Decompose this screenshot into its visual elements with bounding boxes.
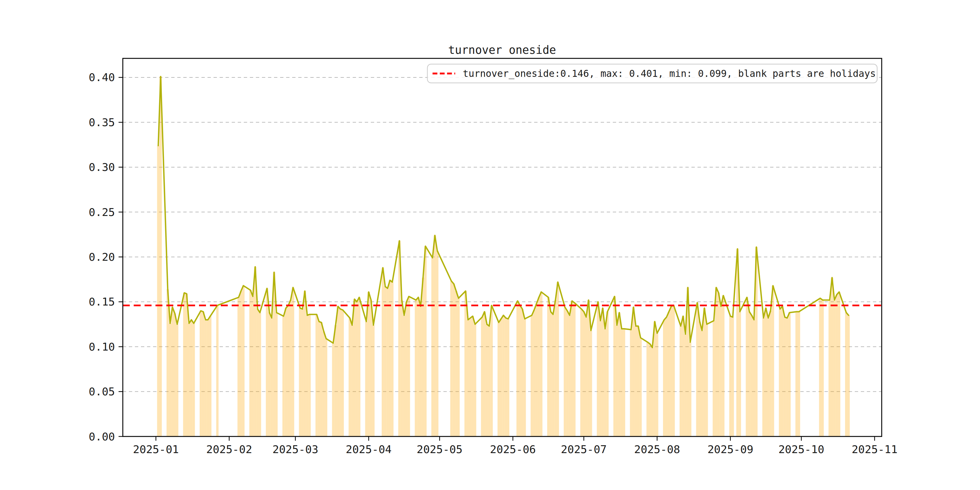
trading-day-bar [571,301,573,436]
trading-day-bar [259,312,261,436]
trading-day-bar [283,316,285,436]
trading-day-bar [535,304,538,436]
trading-day-bar [358,298,361,436]
trading-day-bar [672,305,675,436]
trading-day-bar [190,320,192,436]
trading-day-bar [564,307,566,436]
trading-day-bar [829,300,831,436]
trading-day-bar [285,308,287,436]
trading-day-bar [424,246,427,436]
trading-day-bar [649,344,651,436]
trading-day-bar [554,300,557,436]
trading-day-bar [256,309,259,436]
trading-day-bar [765,308,767,436]
trading-day-bar [779,309,781,436]
trading-day-bar [292,287,294,436]
trading-day-bar [403,315,405,436]
trading-day-bar [384,286,387,436]
trading-day-bar [207,320,209,436]
trading-day-bar [171,307,173,436]
trading-day-bar [342,310,344,436]
trading-day-bar [202,312,204,436]
trading-day-bar [590,331,592,436]
trading-day-bar [481,317,484,436]
trading-day-bar [654,321,656,436]
x-tick-label: 2025-10 [778,443,824,455]
trading-day-bar [781,306,784,436]
trading-day-bar [251,296,254,436]
trading-day-bar [334,325,337,436]
figure-canvas: 0.000.050.100.150.200.250.300.350.402025… [0,0,980,490]
trading-day-bar [173,313,176,436]
trading-day-bar [599,321,601,436]
trading-day-bar [651,348,654,436]
trading-day-bar [353,299,356,436]
y-tick-label: 0.20 [89,251,115,263]
trading-day-bar [646,342,649,436]
trading-day-bar [788,312,791,436]
legend-label: turnover_oneside:0.146, max: 0.401, min:… [463,68,876,79]
trading-day-bar [387,288,389,436]
trading-day-bar [630,330,632,436]
x-tick-label: 2025-07 [561,443,607,455]
trading-day-bar [618,312,620,436]
trading-day-bar [464,291,467,436]
trading-day-bar [209,316,212,436]
x-tick-label: 2025-11 [852,443,898,455]
trading-day-bar [169,323,171,436]
y-tick-label: 0.35 [89,116,115,129]
trading-day-bar [457,298,460,436]
trading-day-bar [391,282,393,436]
y-tick-label: 0.10 [89,340,115,353]
trading-day-bar [504,318,507,436]
trading-day-bar [729,316,732,436]
trading-day-bar [450,281,453,436]
trading-day-bar [670,306,672,436]
trading-day-bar [715,287,718,436]
trading-day-bar [436,251,439,436]
trading-day-bar [503,315,505,436]
legend: turnover_oneside:0.146, max: 0.401, min:… [427,64,877,83]
trading-day-bar [320,323,323,436]
trading-day-bar [490,305,493,436]
trading-day-bar [176,324,178,436]
trading-day-bar [585,317,587,436]
trading-day-bar [722,296,724,436]
trading-day-bar [770,311,772,436]
trading-day-bar [597,302,599,436]
x-tick-label: 2025-08 [634,443,680,455]
trading-day-bar [637,326,640,436]
trading-day-bar [819,298,821,436]
trading-day-bar [623,329,625,436]
trading-day-bar [665,317,668,436]
trading-day-bar [698,321,701,436]
trading-day-bar [356,302,358,436]
trading-day-bar [552,314,554,436]
trading-day-bar [472,316,474,436]
trading-day-bar [762,318,765,436]
trading-day-bar [389,280,391,436]
trading-day-bar [767,318,770,436]
trading-day-bar [287,305,290,436]
trading-day-bar [547,298,550,436]
trading-day-bar [408,296,410,436]
x-tick-label: 2025-06 [490,443,536,455]
trading-day-bar [523,319,526,436]
y-tick-label: 0.15 [89,296,115,308]
trading-day-bar [680,326,682,436]
trading-day-bar [580,309,582,436]
trading-day-bar [601,308,604,436]
trading-day-bar [772,286,774,436]
trading-day-bar [200,311,202,436]
trading-day-bar [337,306,339,436]
trading-day-bar [325,339,327,436]
trading-day-bar [452,284,455,436]
trading-day-bar [845,312,848,436]
trading-day-bar [157,145,159,436]
trading-day-bar [237,298,240,436]
trading-day-bar [271,318,273,436]
trading-day-bar [620,329,623,436]
trading-day-bar [434,235,436,436]
y-tick-label: 0.30 [89,161,115,173]
trading-day-bar [323,331,325,436]
